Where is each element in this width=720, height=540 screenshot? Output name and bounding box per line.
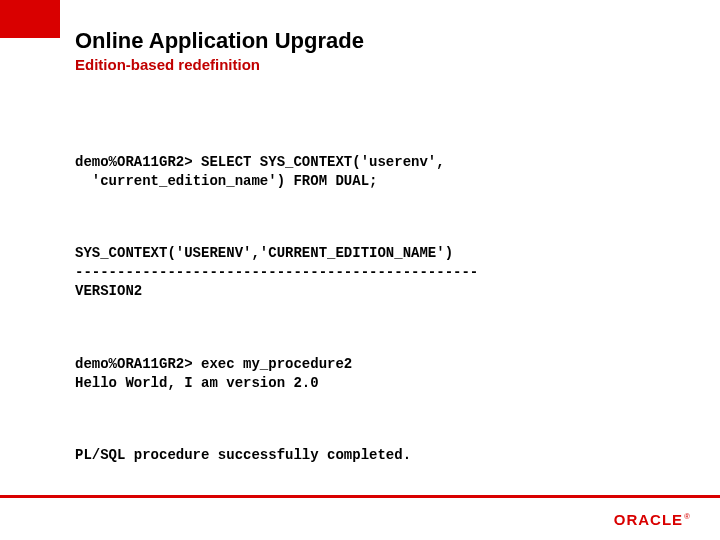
brand-logo: ORACLE ® bbox=[614, 511, 690, 528]
code-block-2: SYS_CONTEXT('USERENV','CURRENT_EDITION_N… bbox=[75, 244, 690, 301]
code-block-3: demo%ORA11GR2> exec my_procedure2 Hello … bbox=[75, 355, 690, 393]
registered-mark: ® bbox=[684, 512, 690, 521]
footer-divider bbox=[0, 495, 720, 498]
code-block-4: PL/SQL procedure successfully completed. bbox=[75, 446, 690, 465]
code-listing: demo%ORA11GR2> SELECT SYS_CONTEXT('usere… bbox=[75, 115, 690, 519]
slide-title: Online Application Upgrade bbox=[75, 28, 690, 54]
corner-accent-block bbox=[0, 0, 60, 38]
slide-subtitle: Edition-based redefinition bbox=[75, 56, 690, 73]
slide-content: Online Application Upgrade Edition-based… bbox=[75, 28, 690, 519]
code-block-1: demo%ORA11GR2> SELECT SYS_CONTEXT('usere… bbox=[75, 153, 690, 191]
brand-logo-text: ORACLE bbox=[614, 511, 683, 528]
